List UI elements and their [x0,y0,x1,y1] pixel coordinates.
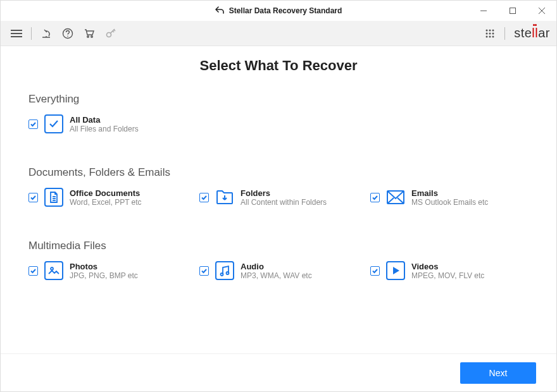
checkbox-emails[interactable] [370,193,380,202]
option-title: Photos [70,262,138,271]
checkbox-office[interactable] [28,193,38,202]
help-button[interactable] [58,24,77,43]
option-all-data[interactable]: All Data All Files and Folders [28,114,193,133]
option-desc: Word, Excel, PPT etc [70,198,142,207]
checkbox-photos[interactable] [28,266,38,276]
checkbox-audio[interactable] [199,266,209,276]
svg-point-25 [51,267,53,270]
next-button[interactable]: Next [460,362,536,384]
option-folders[interactable]: Folders All Content within Folders [199,188,358,207]
music-note-icon [215,261,234,280]
option-desc: All Content within Folders [241,198,327,207]
option-office-documents[interactable]: Office Documents Word, Excel, PPT etc [28,188,187,207]
section-title-documents: Documents, Folders & Emails [28,166,529,179]
brand-logo: stellar [514,26,550,40]
brand-text: stellar [514,26,550,40]
checkbox-videos[interactable] [370,266,380,276]
option-title: Videos [411,262,484,271]
toolbar-separator [31,27,32,40]
folder-download-icon [215,188,234,207]
svg-point-16 [489,32,491,34]
svg-point-13 [489,29,491,31]
envelope-icon [386,188,405,207]
svg-point-9 [87,35,89,37]
checkbox-folders[interactable] [199,193,209,202]
svg-point-27 [227,272,229,274]
minimize-button[interactable] [469,1,498,21]
option-title: Office Documents [70,188,142,198]
maximize-button[interactable] [498,1,527,21]
toolbar: stellar [1,21,556,46]
play-icon [386,261,405,280]
option-desc: MP3, WMA, WAV etc [241,271,312,280]
checkbox-all-data[interactable] [28,119,38,129]
window-title-wrap: Stellar Data Recovery Standard [215,6,342,16]
key-button[interactable] [101,24,120,43]
option-desc: JPG, PNG, BMP etc [70,271,138,280]
option-title: Folders [241,188,327,198]
document-icon [44,188,63,207]
section-title-everything: Everything [28,93,529,106]
content-area: Select What To Recover Everything All Da… [1,46,556,353]
option-videos[interactable]: Videos MPEG, MOV, FLV etc [370,261,529,280]
undo-icon [215,6,224,16]
option-desc: All Files and Folders [70,125,139,133]
microscope-icon[interactable] [37,24,56,43]
cart-button[interactable] [80,24,99,43]
option-title: Emails [411,188,488,198]
apps-grid-button[interactable] [480,24,499,43]
toolbar-left [7,24,120,43]
titlebar: Stellar Data Recovery Standard [1,1,556,21]
svg-point-14 [492,29,494,31]
svg-rect-1 [510,8,516,14]
option-photos[interactable]: Photos JPG, PNG, BMP etc [28,261,187,280]
page-title: Select What To Recover [28,58,529,74]
option-title: All Data [70,115,139,125]
footer: Next [1,353,556,391]
svg-point-11 [107,32,111,37]
window-title: Stellar Data Recovery Standard [229,6,342,15]
toolbar-right: stellar [480,24,550,43]
svg-point-17 [492,32,494,34]
svg-point-20 [492,35,494,37]
svg-point-19 [489,35,491,37]
svg-point-10 [91,35,93,37]
svg-point-26 [221,273,223,276]
window-controls [469,1,556,21]
option-emails[interactable]: Emails MS Outlook Emails etc [370,188,529,207]
toolbar-separator [504,27,505,40]
option-desc: MPEG, MOV, FLV etc [411,271,484,280]
svg-point-12 [486,29,488,31]
svg-point-18 [486,35,488,37]
section-title-multimedia: Multimedia Files [28,240,529,252]
image-icon [44,261,63,280]
checkmark-icon [44,114,63,133]
option-audio[interactable]: Audio MP3, WMA, WAV etc [199,261,358,280]
option-title: Audio [241,262,312,271]
hamburger-menu-button[interactable] [7,24,26,43]
svg-point-8 [67,35,68,37]
option-desc: MS Outlook Emails etc [411,198,488,207]
close-button[interactable] [527,1,556,21]
svg-point-15 [486,32,488,34]
